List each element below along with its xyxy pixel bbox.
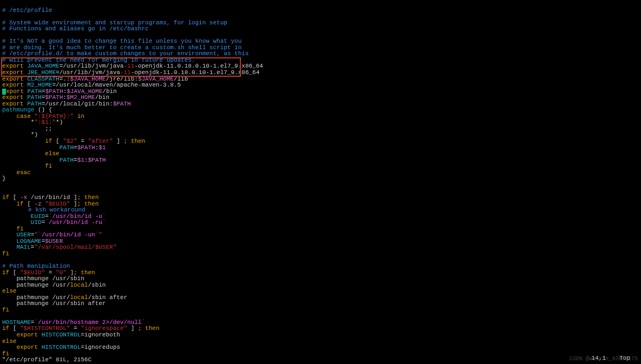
kw-export: export — [2, 69, 24, 76]
kw-export: export — [2, 101, 24, 107]
watermark: CSDN @weixin_42000175 — [570, 356, 638, 362]
terminal-editor[interactable]: # /etc/profile # System wide environment… — [0, 0, 641, 364]
status-file: "/etc/profile" 81L, 2156C — [2, 356, 91, 363]
var: JRE_HOME — [24, 69, 56, 76]
comment: # will prevent the need for merging in f… — [2, 57, 195, 63]
kw-export: xport — [6, 88, 24, 95]
kw-export: export — [2, 76, 24, 82]
var: JAVA_HOME — [24, 63, 60, 69]
comment: # /etc/profile — [2, 7, 52, 14]
comment: # Path manipulation — [2, 263, 70, 269]
var: M2_HOME — [24, 82, 53, 88]
kw-export: export — [2, 63, 24, 69]
func-name: pathmunge — [2, 107, 34, 113]
kw-export: export — [2, 82, 24, 88]
var: PATH — [24, 88, 42, 95]
comment: # System wide environment and startup pr… — [2, 19, 227, 26]
var: PATH — [24, 101, 42, 107]
var: PATH — [24, 94, 42, 101]
comment: # Functions and aliases go in /etc/bashr… — [2, 25, 149, 32]
comment: # /etc/profile.d/ to make custom changes… — [2, 50, 248, 57]
var: CLASSPATH — [24, 76, 60, 82]
comment: # are doing. It's much better to create … — [2, 44, 241, 51]
comment: # It's NOT a good idea to change this fi… — [2, 38, 241, 44]
kw-export: export — [2, 94, 24, 101]
comment: # ksh workaround — [2, 207, 86, 213]
